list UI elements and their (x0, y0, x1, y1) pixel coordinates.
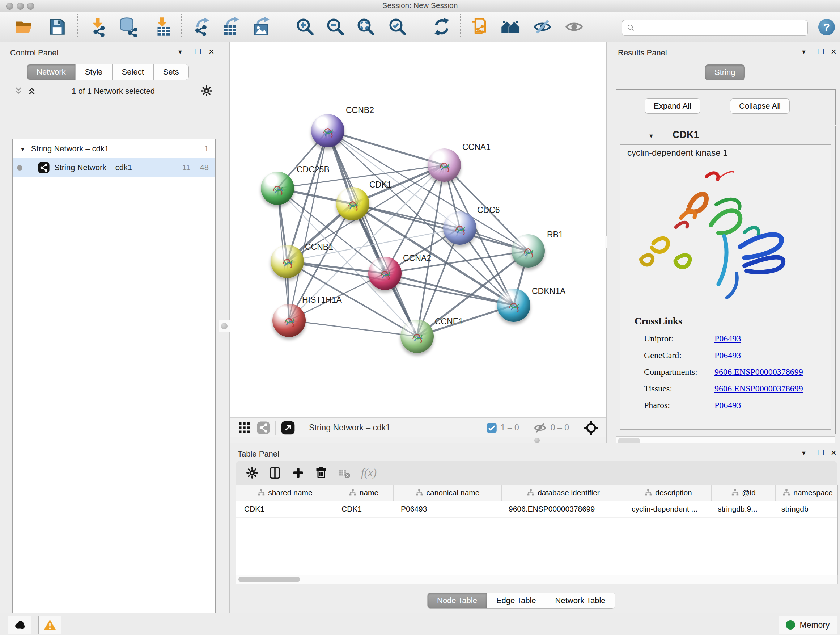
network-node-cdk1[interactable] (336, 187, 369, 220)
function-builder-icon[interactable]: f(x) (361, 466, 377, 479)
zoom-selected-icon[interactable] (387, 16, 408, 37)
network-node-ccna1[interactable] (428, 149, 461, 182)
network-node-ccne1[interactable] (401, 320, 434, 353)
tab-select[interactable]: Select (112, 64, 154, 80)
delete-column-trash-icon[interactable] (315, 466, 328, 479)
selected-checkbox-icon[interactable] (486, 423, 497, 433)
table-cell[interactable]: cyclin-dependent ... (624, 501, 710, 517)
tab-edge-table[interactable]: Edge Table (487, 593, 546, 608)
crosslink-link[interactable]: P06493 (714, 401, 741, 410)
network-node-cdc25b[interactable] (261, 172, 294, 205)
table-panel-maximize-icon[interactable]: ❒ (818, 448, 824, 457)
table-cell[interactable]: CDK1 (236, 501, 333, 517)
network-node-ccna2[interactable] (368, 257, 401, 290)
refresh-icon[interactable] (431, 16, 452, 37)
create-column-plus-icon[interactable] (292, 466, 305, 479)
delete-table-icon[interactable] (338, 466, 351, 479)
control-panel-maximize-icon[interactable]: ❒ (195, 48, 201, 56)
horizontal-splitter-handle[interactable] (534, 438, 540, 443)
zoom-in-icon[interactable] (294, 16, 316, 37)
crosslink-link[interactable]: 9606.ENSP00000378699 (714, 367, 803, 377)
network-node-ccnb2[interactable] (311, 114, 344, 147)
table-panel-float-icon[interactable]: ▼ (801, 450, 807, 456)
node-label-ccna1: CCNA1 (462, 142, 491, 152)
crosslink-link[interactable]: P06493 (714, 334, 741, 344)
duplicate-network-icon[interactable] (468, 16, 489, 37)
horizontal-splitter[interactable] (230, 437, 606, 443)
zoom-out-icon[interactable] (325, 16, 346, 37)
help-icon[interactable]: ? (818, 19, 835, 35)
column-header-namespace[interactable]: namespace (775, 485, 840, 501)
tab-network-table[interactable]: Network Table (546, 593, 615, 608)
column-header-databaseidentifier[interactable]: database identifier (502, 485, 625, 501)
table-panel: Table Panel ▼ ❒ ✕ f(x) shared namenameca… (230, 443, 840, 613)
zoom-fit-icon[interactable] (355, 16, 376, 37)
import-network-file-icon[interactable] (88, 16, 109, 37)
tab-string[interactable]: String (705, 65, 745, 80)
memory-button[interactable]: Memory (778, 616, 837, 634)
center-view-crosshair-icon[interactable] (583, 420, 599, 436)
tab-network[interactable]: Network (27, 64, 76, 80)
birdseye-view-icon[interactable] (281, 421, 295, 435)
column-header-name[interactable]: name (334, 485, 393, 501)
first-neighbors-houses-icon[interactable] (500, 16, 521, 37)
table-cell[interactable]: CDK1 (333, 501, 393, 517)
table-cell[interactable]: stringdb:9... (710, 501, 774, 517)
open-file-icon[interactable] (14, 16, 35, 37)
search-input[interactable] (635, 24, 792, 33)
network-view-canvas[interactable]: CCNB2CCNA1CDC25BCDK1CDC6RB1CCNB1CCNA2CDK… (230, 42, 606, 417)
tab-sets[interactable]: Sets (154, 64, 189, 80)
table-cell[interactable]: stringdb (774, 501, 837, 517)
table-panel-close-icon[interactable]: ✕ (831, 448, 837, 457)
crosslink-link[interactable]: P06493 (714, 350, 741, 360)
gene-expand-triangle-icon[interactable]: ▼ (648, 133, 654, 139)
toolbar-separator (420, 14, 420, 38)
expand-collapse-bar: Expand All Collapse All (616, 89, 836, 125)
results-panel-close-icon[interactable]: ✕ (831, 48, 837, 56)
results-panel-maximize-icon[interactable]: ❒ (818, 48, 824, 56)
table-hscrollbar-thumb[interactable] (238, 577, 300, 582)
show-all-eye-icon[interactable] (564, 16, 584, 37)
collapse-all-button[interactable]: Collapse All (730, 98, 790, 114)
memory-label: Memory (799, 620, 829, 630)
export-network-icon[interactable] (191, 16, 212, 37)
tab-style[interactable]: Style (76, 64, 112, 80)
hidden-eye-slash-icon[interactable] (533, 421, 547, 435)
hide-selected-eye-icon[interactable] (532, 16, 553, 37)
network-node-rb1[interactable] (512, 234, 545, 268)
tab-node-table[interactable]: Node Table (427, 593, 487, 608)
table-cell[interactable]: 9606.ENSP00000378699 (501, 501, 624, 517)
column-header-canonicalname[interactable]: canonical name (393, 485, 502, 501)
column-header-description[interactable]: description (625, 485, 712, 501)
show-columns-icon[interactable] (268, 466, 281, 479)
network-node-hist1h1a[interactable] (272, 304, 306, 337)
grid-view-icon[interactable] (238, 421, 251, 434)
cloud-status-button[interactable] (8, 616, 31, 634)
collection-expand-triangle-icon[interactable]: ▼ (20, 146, 25, 152)
results-panel-float-icon[interactable]: ▼ (801, 49, 807, 55)
control-panel-close-icon[interactable]: ✕ (208, 48, 215, 56)
table-gear-icon[interactable] (246, 467, 258, 479)
warning-button[interactable] (38, 616, 62, 634)
column-header-id[interactable]: @id (712, 485, 775, 501)
export-image-icon[interactable] (250, 16, 271, 37)
import-network-database-icon[interactable] (118, 16, 139, 37)
table-hscrollbar[interactable] (236, 575, 838, 584)
network-node-cdc6[interactable] (443, 211, 477, 245)
network-row-selected[interactable]: String Network – cdk1 11 48 (13, 158, 215, 177)
network-node-cdkn1a[interactable] (497, 288, 531, 322)
network-share-badge-icon[interactable] (256, 421, 270, 435)
import-table-icon[interactable] (152, 16, 173, 37)
network-collection-row[interactable]: ▼ String Network – cdk1 1 (13, 139, 215, 158)
crosslink-link[interactable]: 9606.ENSP00000378699 (714, 384, 803, 394)
save-session-icon[interactable] (46, 16, 67, 37)
network-options-gear-icon[interactable] (201, 85, 212, 97)
control-panel-float-icon[interactable]: ▼ (177, 49, 183, 55)
table-row[interactable]: CDK1CDK1P064939606.ENSP00000378699cyclin… (236, 501, 837, 518)
left-splitter-handle[interactable] (218, 320, 230, 333)
expand-all-button[interactable]: Expand All (645, 98, 700, 114)
table-cell[interactable]: P06493 (393, 501, 501, 517)
network-node-ccnb1[interactable] (271, 245, 304, 278)
column-header-sharedname[interactable]: shared name (236, 485, 334, 501)
export-table-icon[interactable] (220, 16, 241, 37)
